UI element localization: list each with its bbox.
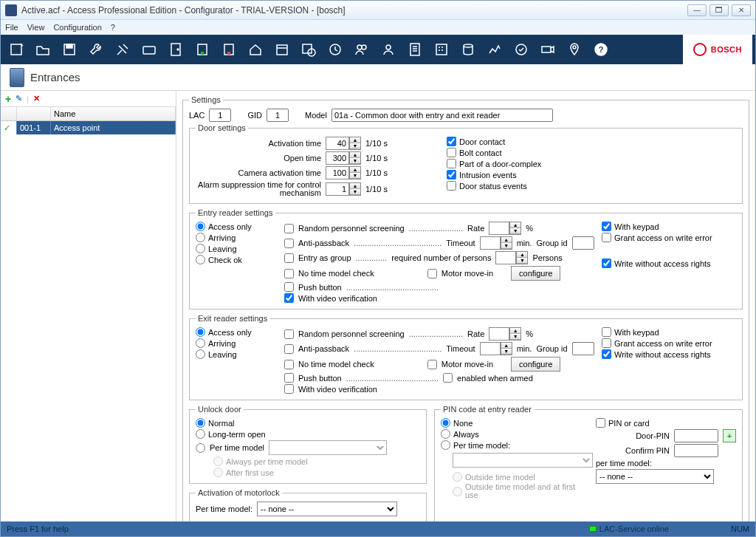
door-pin-field[interactable] — [674, 429, 718, 442]
toolbar-badge-icon[interactable] — [509, 37, 534, 62]
exit-video-check[interactable] — [284, 384, 294, 394]
entry-access-radio[interactable] — [196, 222, 205, 231]
open-time-field[interactable] — [326, 151, 349, 165]
spinner-icon[interactable]: ▲▼ — [349, 137, 361, 150]
add-pin-button[interactable]: + — [723, 429, 736, 442]
menu-file[interactable]: File — [5, 23, 18, 32]
exit-keypad-check[interactable] — [602, 327, 611, 337]
door-contact-check[interactable] — [447, 137, 456, 146]
pin-pertm-combo[interactable]: -- none -- — [596, 469, 714, 484]
toolbar-save-icon[interactable] — [57, 37, 82, 62]
unlock-afterfirst-radio — [213, 468, 223, 477]
unlock-longterm-radio[interactable] — [196, 429, 205, 439]
entry-random-check[interactable] — [284, 224, 294, 233]
exit-notime-check[interactable] — [284, 360, 294, 369]
toolbar-keypad-icon[interactable] — [429, 37, 454, 62]
toolbar-report-icon[interactable] — [402, 37, 427, 62]
svg-point-19 — [464, 44, 472, 47]
exit-timeout-field[interactable] — [480, 342, 501, 355]
entrance-grid[interactable]: Name ✓ 001-1 Access point — [1, 107, 176, 521]
toolbar-location-icon[interactable] — [562, 37, 587, 62]
exit-grant-check[interactable] — [602, 338, 611, 348]
entry-groupid-field[interactable] — [572, 236, 594, 250]
exit-anti-check[interactable] — [284, 344, 294, 354]
delete-button[interactable]: ✕ — [33, 94, 40, 103]
lac-field[interactable] — [209, 109, 231, 122]
bolt-contact-check[interactable] — [447, 148, 456, 157]
exit-access-radio[interactable] — [196, 327, 205, 337]
pin-pertm-radio[interactable] — [441, 440, 450, 450]
gid-field[interactable] — [267, 109, 289, 122]
toolbar-db-icon[interactable] — [456, 37, 481, 62]
entry-group-check[interactable] — [284, 253, 294, 263]
entry-keypad-check[interactable] — [602, 222, 611, 231]
menu-configuration[interactable]: Configuration — [53, 23, 101, 32]
exit-motor-check[interactable] — [427, 360, 437, 369]
entry-persons-field[interactable] — [495, 251, 516, 264]
entry-checkok-radio[interactable] — [196, 255, 205, 264]
add-button[interactable]: + — [5, 93, 11, 105]
toolbar-calendar-icon[interactable] — [269, 37, 295, 62]
maximize-button[interactable]: 🗖 — [709, 4, 729, 16]
entry-anti-check[interactable] — [284, 239, 294, 248]
toolbar-open-icon[interactable] — [30, 37, 55, 62]
exit-leaving-radio[interactable] — [196, 349, 205, 359]
entry-rate-field[interactable] — [489, 222, 509, 235]
toolbar-tools-icon[interactable] — [110, 37, 135, 62]
toolbar-home-icon[interactable] — [243, 37, 268, 62]
entry-writewo-check[interactable] — [602, 259, 611, 268]
intrusion-check[interactable] — [447, 170, 456, 179]
model-field[interactable] — [331, 109, 553, 122]
exit-push-check[interactable] — [284, 373, 294, 383]
entry-push-check[interactable] — [284, 282, 294, 292]
toolbar-people1-icon[interactable] — [349, 37, 374, 62]
table-row[interactable]: ✓ 001-1 Access point — [1, 121, 176, 134]
entry-grant-check[interactable] — [602, 233, 611, 242]
entry-notime-check[interactable] — [284, 269, 294, 278]
unlock-normal-radio[interactable] — [196, 418, 205, 428]
activation-time-field[interactable] — [326, 137, 349, 150]
minimize-button[interactable]: — — [687, 4, 707, 16]
pin-none-radio[interactable] — [441, 418, 450, 428]
exit-enabledarmed-check[interactable] — [443, 373, 453, 383]
exit-random-check[interactable] — [284, 329, 294, 339]
svg-rect-21 — [542, 47, 551, 52]
toolbar-locker1-icon[interactable] — [190, 37, 215, 62]
entry-arriving-radio[interactable] — [196, 233, 205, 242]
exit-groupid-field[interactable] — [572, 342, 594, 355]
camera-activation-field[interactable] — [326, 166, 349, 179]
col-name[interactable]: Name — [51, 107, 176, 120]
toolbar-data-icon[interactable] — [482, 37, 507, 62]
part-complex-check[interactable] — [447, 159, 456, 168]
edit-button[interactable]: ✎ — [16, 94, 22, 103]
menu-view[interactable]: View — [27, 23, 45, 32]
menu-help[interactable]: ? — [111, 23, 115, 32]
toolbar-clock2-icon[interactable] — [323, 37, 348, 62]
door-status-check[interactable] — [447, 181, 456, 191]
entry-leaving-radio[interactable] — [196, 244, 205, 253]
entry-configure-button[interactable]: configure — [511, 266, 560, 281]
unlock-pertm-radio[interactable] — [196, 443, 205, 453]
toolbar-clock1-icon[interactable] — [296, 37, 321, 62]
exit-configure-button[interactable]: configure — [511, 357, 560, 372]
toolbar-new-icon[interactable] — [4, 37, 29, 62]
toolbar-camera-icon[interactable] — [535, 37, 560, 62]
toolbar-card-icon[interactable] — [137, 37, 162, 62]
confirm-pin-field[interactable] — [674, 444, 718, 457]
motorlock-combo[interactable]: -- none -- — [257, 502, 397, 516]
entry-timeout-field[interactable] — [480, 236, 501, 250]
exit-rate-field[interactable] — [489, 327, 509, 341]
toolbar-people2-icon[interactable] — [376, 37, 401, 62]
toolbar-locker2-icon[interactable] — [216, 37, 241, 62]
entry-video-check[interactable] — [284, 293, 294, 303]
toolbar-help-icon[interactable]: ? — [588, 37, 614, 62]
exit-arriving-radio[interactable] — [196, 338, 205, 348]
close-button[interactable]: ✕ — [732, 4, 751, 16]
toolbar-door-icon[interactable] — [163, 37, 188, 62]
toolbar-wrench-icon[interactable] — [83, 37, 109, 62]
pin-or-card-check[interactable] — [596, 418, 605, 428]
alarm-suppression-field[interactable] — [326, 182, 349, 196]
pin-always-radio[interactable] — [441, 429, 450, 439]
exit-writewo-check[interactable] — [602, 349, 611, 359]
entry-motor-check[interactable] — [427, 269, 437, 278]
